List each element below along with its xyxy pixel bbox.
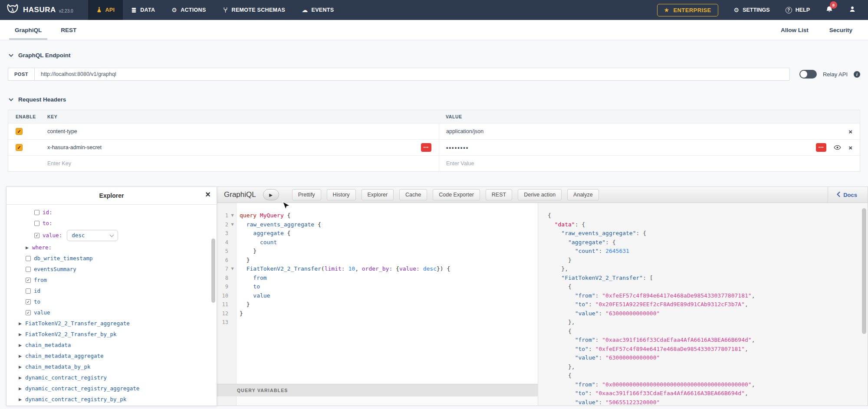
cache-button[interactable]: Cache	[399, 189, 427, 200]
explorer-scrollbar[interactable]	[211, 239, 215, 303]
collapsed-arrow-icon[interactable]: ▶	[19, 386, 22, 391]
enterprise-button[interactable]: ★ ENTERPRISE	[657, 4, 718, 16]
notifications-button[interactable]: 8	[825, 6, 833, 16]
explorer-item-from[interactable]: ✓from	[7, 275, 217, 285]
admin-secret-icon[interactable]: •••	[421, 143, 431, 152]
prettify-button[interactable]: Prettify	[292, 189, 321, 200]
history-button[interactable]: History	[327, 189, 356, 200]
checkbox-checked-icon[interactable]: ✓	[34, 233, 39, 238]
endpoint-url-input[interactable]: http://localhost:8080/v1/graphql	[34, 68, 790, 81]
query-variables-editor[interactable]	[217, 396, 538, 406]
explorer-item-value[interactable]: ✓value	[7, 307, 217, 318]
order-by-select[interactable]: desc	[67, 230, 118, 241]
code-text: raw_events_aggregate {	[237, 220, 321, 229]
header-enabled-checkbox[interactable]: ✓	[16, 144, 23, 151]
checkbox-unchecked-icon[interactable]	[26, 267, 31, 272]
reveal-value-eye-icon[interactable]	[834, 145, 841, 150]
query-editor[interactable]: 1▼query MyQuery {2▼ raw_events_aggregate…	[217, 203, 538, 384]
explorer-item-db-write-timestamp[interactable]: db_write_timestamp	[7, 253, 217, 264]
token-pl2: },	[548, 363, 575, 370]
docs-button[interactable]: Docs	[828, 187, 868, 203]
collapsed-arrow-icon[interactable]: ▶	[19, 332, 22, 337]
checkbox-unchecked-icon[interactable]	[26, 256, 31, 261]
explorer-item-fiattokenv2-2-transfer-by-pk[interactable]: ▶FiatTokenV2_2_Transfer_by_pk	[7, 329, 217, 340]
new-header-key-input[interactable]: Enter Key	[39, 156, 439, 171]
checkbox-unchecked-icon[interactable]	[34, 210, 39, 215]
admin-secret-icon[interactable]: •••	[816, 143, 826, 152]
explorer-item-fiattokenv2-2-transfer-aggregate[interactable]: ▶FiatTokenV2_2_Transfer_aggregate	[7, 318, 217, 329]
settings-button[interactable]: ⚙ SETTINGS	[734, 7, 770, 13]
derive-action-button[interactable]: Derive action	[518, 189, 562, 200]
checkbox-unchecked-icon[interactable]	[34, 221, 39, 226]
collapsed-arrow-icon[interactable]: ▶	[19, 321, 22, 326]
token-pl: {	[392, 265, 399, 272]
code-text: }	[237, 309, 243, 318]
explorer-item-dynamic-contract-registry-aggregate[interactable]: ▶dynamic_contract_registry_aggregate	[7, 383, 217, 394]
collapsed-arrow-icon[interactable]: ▶	[19, 354, 22, 358]
tab-allow-list[interactable]: Allow List	[781, 20, 809, 40]
code-exporter-button[interactable]: Code Exporter	[433, 189, 480, 200]
header-key-cell[interactable]: content-type	[39, 124, 439, 139]
value-placeholder: Enter Value	[446, 160, 474, 167]
checkbox-unchecked-icon[interactable]	[26, 288, 31, 294]
tab-graphiql[interactable]: GraphiQL	[15, 20, 42, 40]
query-variables-bar[interactable]: QUERY VARIABLES	[217, 384, 538, 396]
analyze-button[interactable]: Analyze	[567, 189, 598, 200]
code-text: to	[237, 282, 260, 291]
header-key-cell[interactable]: x-hasura-admin-secret•••	[39, 140, 439, 155]
collapsed-arrow-icon[interactable]: ▶	[19, 343, 22, 347]
nav-item-remote-schemas[interactable]: REMOTE SCHEMAS	[214, 0, 294, 20]
explorer-item-dynamic-contract-registry-by-pk[interactable]: ▶dynamic_contract_registry_by_pk	[7, 394, 217, 405]
fold-gutter	[228, 247, 237, 256]
explorer-item-chain-metadata[interactable]: ▶chain_metadata	[7, 340, 217, 350]
explorer-item-where[interactable]: ▶where:	[7, 242, 217, 253]
close-icon[interactable]: ×	[205, 190, 210, 199]
header-value-cell[interactable]: application/json×	[439, 124, 860, 139]
checkbox-checked-icon[interactable]: ✓	[26, 310, 31, 315]
remove-header-icon[interactable]: ×	[848, 128, 852, 135]
info-icon[interactable]: i	[854, 71, 860, 78]
explorer-item-dynamic-contract-registry[interactable]: ▶dynamic_contract_registry	[7, 372, 217, 383]
fold-arrow-icon[interactable]: ▼	[228, 265, 237, 274]
fold-arrow-icon[interactable]: ▼	[228, 220, 237, 229]
explorer-item-id[interactable]: id:	[7, 207, 217, 218]
graphql-endpoint-section-toggle[interactable]: GraphQL Endpoint	[9, 52, 868, 59]
line-number: 3	[217, 229, 228, 238]
remove-header-icon[interactable]: ×	[848, 144, 852, 151]
header-value-cell[interactable]: •••••••••••×	[439, 140, 860, 155]
user-menu-button[interactable]	[849, 6, 856, 14]
explorer-button[interactable]: Explorer	[362, 189, 394, 200]
line-number: 4	[217, 238, 228, 247]
nav-item-events[interactable]: ☁EVENTS	[293, 0, 342, 20]
explorer-item-to[interactable]: ✓to	[7, 296, 217, 307]
header-enabled-checkbox[interactable]: ✓	[16, 128, 23, 135]
checkbox-checked-icon[interactable]: ✓	[26, 299, 31, 304]
collapsed-arrow-icon[interactable]: ▶	[19, 397, 22, 402]
explorer-item-chain-metadata-by-pk[interactable]: ▶chain_metadata_by_pk	[7, 361, 217, 372]
execute-query-button[interactable]: ▶	[263, 189, 279, 200]
response-scrollbar[interactable]	[862, 208, 866, 334]
key-cell-icons: •••	[421, 143, 439, 152]
help-button[interactable]: ? HELP	[786, 7, 810, 13]
collapsed-arrow-icon[interactable]: ▶	[26, 245, 29, 250]
tab-rest[interactable]: REST	[61, 20, 76, 40]
explorer-item-id[interactable]: id	[7, 285, 217, 296]
nav-item-api[interactable]: API	[88, 0, 123, 20]
collapsed-arrow-icon[interactable]: ▶	[19, 365, 22, 369]
nav-item-actions[interactable]: ⚙ACTIONS	[163, 0, 214, 20]
token-pl	[240, 275, 253, 281]
collapsed-arrow-icon[interactable]: ▶	[19, 376, 22, 380]
rest-button[interactable]: REST	[486, 189, 512, 200]
relay-api-toggle[interactable]	[799, 70, 817, 79]
request-headers-section-toggle[interactable]: Request Headers	[9, 96, 868, 103]
explorer-item-eventssummary[interactable]: eventsSummary	[7, 264, 217, 275]
checkbox-checked-icon[interactable]: ✓	[26, 278, 31, 283]
explorer-item-chain-metadata-aggregate[interactable]: ▶chain_metadata_aggregate	[7, 350, 217, 361]
explorer-item-to[interactable]: to:	[7, 218, 217, 229]
explorer-item-value[interactable]: ✓value:desc	[7, 229, 217, 242]
tab-security[interactable]: Security	[829, 20, 852, 40]
new-header-value-input[interactable]: Enter Value	[439, 156, 860, 171]
brand[interactable]: λ HASURA v2.23.0	[0, 3, 77, 16]
fold-arrow-icon[interactable]: ▼	[228, 211, 237, 220]
nav-item-data[interactable]: DATA	[123, 0, 163, 20]
